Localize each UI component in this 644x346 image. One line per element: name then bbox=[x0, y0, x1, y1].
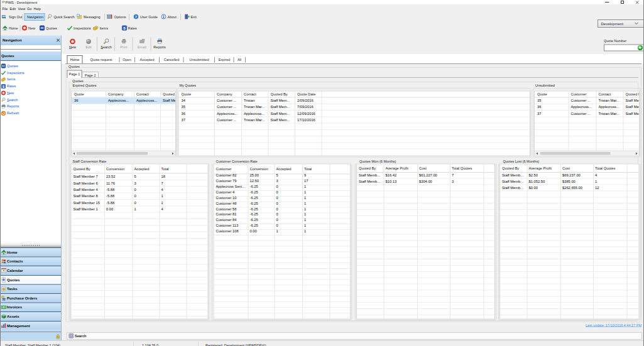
svg-text:$: $ bbox=[4, 78, 5, 80]
svg-text:$: $ bbox=[3, 84, 4, 88]
